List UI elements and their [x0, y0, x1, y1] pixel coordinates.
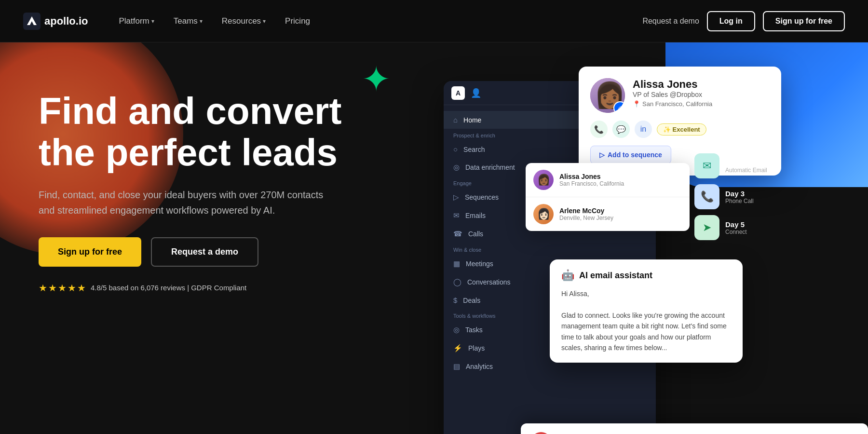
chevron-down-icon: ▾	[151, 18, 154, 25]
seq-type: Automatic Email	[725, 167, 767, 174]
contact-list: 👩🏾 Alissa Jones San Francisco, Californi…	[526, 163, 690, 231]
tasks-icon: ◎	[453, 326, 460, 334]
star-3: ★	[58, 282, 67, 294]
plays-icon: ⚡	[453, 344, 462, 353]
contact-list-name: Alissa Jones	[559, 173, 624, 180]
enrich-icon: ◎	[453, 163, 460, 172]
avatar: 👩🏻	[533, 204, 554, 224]
navbar: apollo.io Platform ▾ Teams ▾ Resources ▾…	[0, 0, 868, 42]
list-item[interactable]: 👩🏻 Arlene McCoy Denville, New Jersey	[526, 197, 690, 231]
location-pin-icon: 📍	[633, 100, 640, 108]
sequence-step-1: ✉ Day 1 Automatic Email	[694, 153, 791, 178]
ai-panel-body: Hi Alissa, Glad to connect. Looks like y…	[561, 288, 731, 353]
contact-list-name: Arlene McCoy	[559, 207, 613, 215]
signup-hero-button[interactable]: Sign up for free	[39, 237, 141, 267]
ai-email-panel: 🤖 AI email assistant Hi Alissa, Glad to …	[550, 259, 743, 363]
seq-day: Day 1	[725, 159, 767, 167]
home-icon: ⌂	[453, 116, 458, 124]
nav-pricing[interactable]: Pricing	[277, 13, 318, 30]
list-item[interactable]: 👩🏾 Alissa Jones San Francisco, Californi…	[526, 163, 690, 197]
contact-list-location: San Francisco, California	[559, 180, 624, 187]
calls-icon: ☎	[453, 230, 462, 238]
logo-text: apollo.io	[44, 15, 88, 27]
section-win: Win & close	[444, 243, 656, 255]
email-step-icon: ✉	[694, 153, 719, 178]
contact-list-info: Alissa Jones San Francisco, California	[559, 173, 624, 187]
seq-day: Day 5	[725, 220, 747, 229]
avatar: 👩🏾	[533, 170, 554, 190]
ai-icon: 🤖	[561, 269, 574, 282]
message-action[interactable]: 💬	[612, 121, 630, 138]
contact-list-location: Denville, New Jersey	[559, 215, 613, 221]
call-action[interactable]: 📞	[590, 121, 608, 138]
nav-teams[interactable]: Teams ▾	[166, 13, 210, 30]
rating-text: 4.8/5 based on 6,076 reviews | GDPR Comp…	[91, 284, 246, 292]
contact-list-info: Arlene McCoy Denville, New Jersey	[559, 207, 613, 221]
analytics-icon: ▤	[453, 362, 460, 371]
star-1: ★	[39, 282, 47, 294]
app-panels: A 👤 ⊞ ⌂ Home Prospect & enrich ○ Search …	[444, 67, 868, 434]
request-demo-link[interactable]: Request a demo	[642, 17, 699, 26]
excellence-badge: ✨ Excellent	[657, 123, 706, 136]
bottom-bar: 🎥 Apollo conversations recorded and anal…	[521, 423, 868, 434]
star-rating: ★ ★ ★ ★ ★	[39, 282, 86, 294]
logo[interactable]: apollo.io	[23, 13, 88, 30]
hero-section: ✦ Find and convert the perfect leads Fin…	[0, 42, 868, 434]
sequence-step-2: 📞 Day 3 Phone Call	[694, 184, 791, 209]
seq-info: Day 5 Connect	[725, 220, 747, 235]
login-button[interactable]: Log in	[707, 11, 755, 31]
seq-info: Day 1 Automatic Email	[725, 159, 767, 174]
dropbox-badge: ◈	[613, 101, 625, 113]
contact-info: Alissa Jones VP of Sales @Dropbox 📍 San …	[633, 78, 770, 113]
linkedin-action[interactable]: in	[635, 121, 652, 138]
seq-day: Day 3	[725, 190, 754, 198]
demo-hero-button[interactable]: Request a demo	[151, 237, 258, 267]
signup-nav-button[interactable]: Sign up for free	[763, 11, 845, 31]
contact-location: 📍 San Francisco, California	[633, 100, 770, 108]
chevron-down-icon: ▾	[200, 18, 203, 25]
nav-resources[interactable]: Resources ▾	[214, 13, 273, 30]
chevron-down-icon: ▾	[263, 18, 266, 25]
add-to-sequence-button[interactable]: ▷ Add to sequence	[590, 146, 671, 164]
nav-right: Request a demo Log in Sign up for free	[642, 11, 845, 31]
search-icon: ○	[453, 145, 458, 153]
call-step-icon: 📞	[694, 184, 719, 209]
hero-subtitle: Find, contact, and close your ideal buye…	[39, 187, 338, 218]
sequence-step-3: ➤ Day 5 Connect	[694, 215, 791, 240]
contact-title: VP of Sales @Dropbox	[633, 91, 770, 98]
seq-type: Connect	[725, 229, 747, 235]
connect-step-icon: ➤	[694, 215, 719, 240]
nav-links: Platform ▾ Teams ▾ Resources ▾ Pricing	[111, 13, 642, 30]
conversations-icon: ◯	[453, 278, 461, 286]
rating-row: ★ ★ ★ ★ ★ 4.8/5 based on 6,076 reviews |…	[39, 282, 405, 294]
contact-header: ◈ Alissa Jones VP of Sales @Dropbox 📍 Sa…	[590, 78, 770, 113]
contact-name: Alissa Jones	[633, 78, 770, 91]
star-2: ★	[48, 282, 57, 294]
avatar: ◈	[590, 78, 625, 113]
hero-content: Find and convert the perfect leads Find,…	[39, 91, 405, 294]
star-5: ★	[77, 282, 86, 294]
seq-type: Phone Call	[725, 198, 754, 204]
sequences-icon: ▷	[453, 193, 459, 202]
contact-actions: 📞 💬 in ✨ Excellent	[590, 121, 770, 138]
email-icon: ✉	[453, 211, 460, 220]
meetings-icon: ▦	[453, 259, 460, 268]
hero-buttons: Sign up for free Request a demo	[39, 237, 405, 267]
seq-info: Day 3 Phone Call	[725, 190, 754, 204]
star-4: ★	[68, 282, 76, 294]
sequence-panel: ✉ Day 1 Automatic Email 📞 Day 3 Phone Ca…	[694, 153, 791, 240]
ai-panel-header: 🤖 AI email assistant	[561, 269, 731, 282]
meeting-avatar: 🎥	[530, 432, 552, 434]
user-icon: 👤	[471, 88, 481, 98]
nav-platform[interactable]: Platform ▾	[111, 13, 162, 30]
hero-title: Find and convert the perfect leads	[39, 91, 405, 174]
deals-icon: $	[453, 296, 457, 304]
sequence-btn-icon: ▷	[599, 151, 605, 159]
panel-logo: A	[451, 86, 465, 100]
ai-panel-title: AI email assistant	[579, 271, 652, 281]
